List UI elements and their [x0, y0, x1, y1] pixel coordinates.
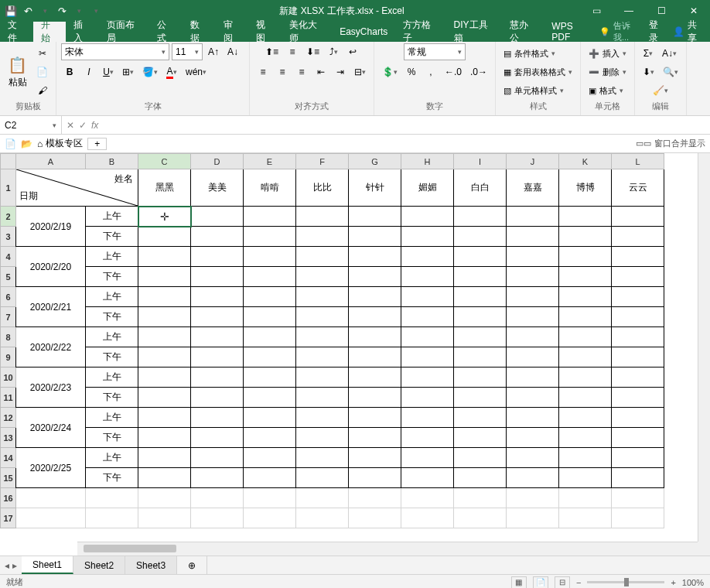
data-cell[interactable]: [191, 207, 244, 227]
column-header-J[interactable]: J: [507, 154, 559, 169]
data-cell[interactable]: [296, 287, 349, 307]
data-cell[interactable]: [296, 428, 349, 448]
header-cell-h[interactable]: 媚媚: [401, 169, 454, 207]
empty-cell[interactable]: [401, 508, 454, 528]
data-cell[interactable]: [559, 368, 612, 388]
row-header-6[interactable]: 6: [1, 287, 16, 307]
empty-cell[interactable]: [454, 508, 507, 528]
data-cell[interactable]: [296, 227, 349, 247]
data-cell[interactable]: [507, 448, 559, 468]
row-header-14[interactable]: 14: [1, 448, 16, 468]
data-cell[interactable]: [612, 247, 664, 267]
empty-cell[interactable]: [86, 488, 138, 508]
tab-view[interactable]: 视图: [248, 22, 282, 42]
decrease-decimal-icon[interactable]: .0→: [467, 63, 490, 80]
tab-fangfang[interactable]: 方方格子: [395, 22, 445, 42]
data-cell[interactable]: [191, 368, 244, 388]
data-cell[interactable]: [349, 428, 401, 448]
data-cell[interactable]: [138, 287, 191, 307]
merge-center-icon[interactable]: ⊟▾: [351, 63, 369, 80]
data-cell[interactable]: [138, 307, 191, 327]
sheet-nav-last-icon[interactable]: ▸: [12, 560, 17, 571]
data-cell[interactable]: [296, 307, 349, 327]
data-cell[interactable]: [349, 207, 401, 227]
decrease-font-icon[interactable]: A↓: [224, 43, 241, 60]
data-cell[interactable]: [507, 347, 559, 368]
data-cell[interactable]: [138, 388, 191, 408]
column-header-E[interactable]: E: [244, 154, 296, 169]
data-cell[interactable]: [454, 267, 507, 287]
new-sheet-icon[interactable]: 📄: [5, 138, 16, 149]
data-cell[interactable]: [454, 388, 507, 408]
data-cell[interactable]: [191, 267, 244, 287]
data-cell[interactable]: [244, 287, 296, 307]
row-header-10[interactable]: 10: [1, 368, 16, 388]
header-cell-j[interactable]: 嘉嘉: [507, 169, 559, 207]
data-cell[interactable]: [612, 408, 664, 428]
data-cell[interactable]: [401, 368, 454, 388]
data-cell[interactable]: [138, 448, 191, 468]
save-icon[interactable]: 💾: [3, 3, 19, 19]
data-cell[interactable]: [401, 207, 454, 227]
row-header-11[interactable]: 11: [1, 388, 16, 408]
zoom-out-icon[interactable]: −: [576, 578, 581, 587]
zoom-level[interactable]: 100%: [682, 578, 704, 587]
sheet-nav-first-icon[interactable]: ◂: [5, 560, 9, 571]
tab-layout[interactable]: 页面布局: [99, 22, 149, 42]
redo-dropdown-icon[interactable]: ▾: [71, 3, 87, 19]
header-cell-l[interactable]: 云云: [612, 169, 664, 207]
qat-customize-icon[interactable]: ▾: [88, 3, 104, 19]
data-cell[interactable]: [559, 408, 612, 428]
header-cell-g[interactable]: 针针: [349, 169, 401, 207]
row-header-13[interactable]: 13: [1, 428, 16, 448]
data-cell[interactable]: ✛: [138, 207, 191, 227]
fill-color-button[interactable]: 🪣▾: [139, 63, 161, 80]
data-cell[interactable]: [244, 468, 296, 488]
data-cell[interactable]: [454, 307, 507, 327]
period-cell[interactable]: 上午: [86, 327, 138, 347]
row-header-8[interactable]: 8: [1, 327, 16, 347]
tab-meihua[interactable]: 美化大师: [282, 22, 332, 42]
data-cell[interactable]: [559, 227, 612, 247]
data-cell[interactable]: [244, 227, 296, 247]
increase-indent-icon[interactable]: ⇥: [332, 63, 349, 80]
data-cell[interactable]: [454, 327, 507, 347]
header-cell-c[interactable]: 黑黑: [138, 169, 191, 207]
page-layout-view-icon[interactable]: 📄: [533, 576, 548, 589]
period-cell[interactable]: 下午: [86, 347, 138, 368]
empty-cell[interactable]: [401, 488, 454, 508]
data-cell[interactable]: [244, 428, 296, 448]
period-cell[interactable]: 下午: [86, 428, 138, 448]
data-cell[interactable]: [349, 408, 401, 428]
percent-icon[interactable]: %: [403, 63, 420, 80]
period-cell[interactable]: 上午: [86, 408, 138, 428]
data-cell[interactable]: [454, 207, 507, 227]
header-cell-i[interactable]: 白白: [454, 169, 507, 207]
data-cell[interactable]: [138, 428, 191, 448]
date-cell[interactable]: 2020/2/22: [16, 327, 86, 368]
data-cell[interactable]: [507, 287, 559, 307]
paste-button[interactable]: 📋 粘贴: [5, 53, 30, 92]
data-cell[interactable]: [296, 207, 349, 227]
data-cell[interactable]: [559, 428, 612, 448]
empty-cell[interactable]: [612, 488, 664, 508]
date-cell[interactable]: 2020/2/24: [16, 408, 86, 448]
data-cell[interactable]: [507, 388, 559, 408]
align-bottom-icon[interactable]: ⬇≡: [303, 43, 323, 60]
data-cell[interactable]: [138, 468, 191, 488]
empty-cell[interactable]: [138, 488, 191, 508]
data-cell[interactable]: [349, 388, 401, 408]
share-button[interactable]: 👤 共享: [673, 19, 704, 45]
data-cell[interactable]: [559, 327, 612, 347]
period-cell[interactable]: 上午: [86, 368, 138, 388]
data-cell[interactable]: [349, 267, 401, 287]
data-cell[interactable]: [612, 468, 664, 488]
data-cell[interactable]: [612, 388, 664, 408]
tab-diy[interactable]: DIY工具箱: [446, 22, 503, 42]
sheet-tab-sheet3[interactable]: Sheet3: [125, 556, 177, 574]
undo-icon[interactable]: ↶: [20, 3, 36, 19]
accept-formula-icon[interactable]: ✓: [79, 120, 87, 131]
data-cell[interactable]: [559, 287, 612, 307]
empty-cell[interactable]: [612, 508, 664, 528]
period-cell[interactable]: 下午: [86, 227, 138, 247]
